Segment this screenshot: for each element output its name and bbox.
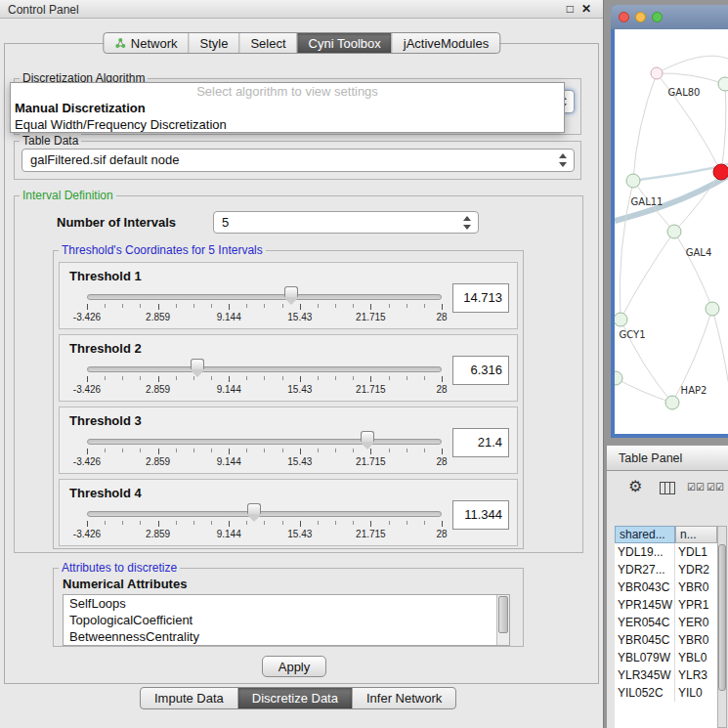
- table-cell[interactable]: YDL19...: [615, 543, 675, 561]
- table-row[interactable]: YBL079WYBL0: [615, 649, 717, 666]
- tab-infer-network[interactable]: Infer Network: [352, 688, 455, 708]
- threshold-slider-thumb[interactable]: [361, 431, 374, 442]
- column-header-name[interactable]: n...: [675, 526, 717, 543]
- table-panel: ⚙ ☑☑ ☑☑ shared... n... YDL19...YDL1YDR27…: [607, 471, 728, 728]
- tab-jactivemodules[interactable]: jActiveModules: [392, 33, 499, 53]
- network-edge[interactable]: [657, 56, 728, 73]
- dropdown-option-equal-width-frequency[interactable]: Equal Width/Frequency Discretization: [11, 116, 564, 133]
- network-node[interactable]: [626, 174, 640, 188]
- network-edge[interactable]: [721, 84, 726, 172]
- table-row[interactable]: YDL19...YDL1: [615, 543, 717, 561]
- network-node[interactable]: [615, 313, 627, 326]
- slider-tick-label: 15.43: [287, 529, 312, 539]
- table-cell[interactable]: YIL052C: [615, 684, 675, 702]
- numerical-attributes-label: Numerical Attributes: [63, 577, 187, 591]
- number-of-intervals-value: 5: [222, 212, 229, 234]
- table-cell[interactable]: YDL1: [675, 543, 717, 561]
- table-row[interactable]: YIL052CYIL0: [615, 684, 717, 702]
- table-cell[interactable]: YER0: [675, 614, 717, 631]
- table-panel-header[interactable]: Table Panel: [607, 445, 728, 471]
- tab-cyni-toolbox[interactable]: Cyni Toolbox: [297, 33, 392, 53]
- columns-icon[interactable]: [660, 482, 675, 494]
- network-edge[interactable]: [633, 73, 657, 181]
- table-cell[interactable]: YBR0: [675, 578, 717, 596]
- float-window-icon[interactable]: □: [567, 2, 574, 16]
- table-row[interactable]: YLR345WYLR3: [615, 666, 717, 684]
- table-row[interactable]: YER054CYER0: [615, 614, 717, 631]
- slider-major-tick: [87, 449, 88, 454]
- tab-select[interactable]: Select: [238, 33, 296, 53]
- network-node[interactable]: [713, 164, 728, 180]
- table-cell[interactable]: YDR27...: [615, 561, 675, 578]
- control-panel-titlebar[interactable]: Control Panel □ ✕: [0, 0, 603, 19]
- table-cell[interactable]: YDR2: [675, 561, 717, 578]
- table-cell[interactable]: YBR045C: [615, 631, 675, 649]
- network-edge[interactable]: [616, 378, 672, 403]
- attribute-item[interactable]: SelfLoops: [64, 595, 509, 612]
- threshold-slider-thumb[interactable]: [284, 286, 298, 297]
- table-row[interactable]: YBR045CYBR0: [615, 631, 717, 649]
- dropdown-option-manual-discretization[interactable]: Manual Discretization: [11, 100, 564, 116]
- threshold-value-field[interactable]: 6.316: [452, 356, 509, 385]
- tab-style[interactable]: Style: [189, 33, 239, 53]
- network-edge[interactable]: [674, 232, 712, 309]
- network-edge[interactable]: [621, 232, 674, 320]
- threshold-value-field[interactable]: 11.344: [452, 500, 509, 530]
- table-row[interactable]: YPR145WYPR1: [615, 596, 717, 614]
- minimize-traffic-light[interactable]: [635, 12, 646, 22]
- table-cell[interactable]: YLR345W: [615, 666, 675, 684]
- select-all-columns-icon[interactable]: ☑☑: [687, 482, 705, 492]
- number-of-intervals-combobox[interactable]: 5: [213, 211, 479, 234]
- slider-tick-label: -3.426: [73, 456, 101, 467]
- table-cell[interactable]: YIL0: [675, 684, 717, 702]
- network-node[interactable]: [718, 77, 728, 91]
- slider-minor-ticks: [87, 304, 443, 308]
- table-cell[interactable]: YBR043C: [615, 578, 675, 596]
- apply-button[interactable]: Apply: [262, 656, 326, 677]
- slider-minor-ticks: [87, 521, 443, 525]
- table-cell[interactable]: YPR145W: [615, 596, 675, 614]
- network-edge[interactable]: [657, 73, 725, 84]
- network-node[interactable]: [651, 67, 663, 79]
- attribute-item[interactable]: BetweennessCentrality: [64, 628, 509, 645]
- tab-network[interactable]: Network: [104, 33, 189, 53]
- threshold-1-panel: Threshold 1 -3.4262.8599.14415.4321.7152…: [59, 262, 518, 329]
- tab-label: Network: [131, 36, 178, 51]
- threshold-value-field[interactable]: 21.4: [452, 428, 509, 457]
- table-cell[interactable]: YBR0: [675, 631, 717, 649]
- scrollbar-thumb[interactable]: [498, 596, 508, 633]
- network-node[interactable]: [665, 396, 679, 409]
- threshold-value-field[interactable]: 14.713: [452, 283, 509, 313]
- scrollbar-thumb[interactable]: [718, 544, 726, 691]
- table-cell[interactable]: YLR3: [675, 666, 717, 684]
- column-header-shared-name[interactable]: shared...: [615, 526, 675, 543]
- attribute-item[interactable]: TopologicalCoefficient: [64, 612, 509, 628]
- zoom-traffic-light[interactable]: [652, 12, 663, 22]
- tab-discretize-data[interactable]: Discretize Data: [237, 688, 352, 708]
- slider-tick-label: 2.859: [146, 384, 170, 395]
- network-node[interactable]: [667, 225, 681, 238]
- close-traffic-light[interactable]: [619, 12, 629, 22]
- threshold-slider-thumb[interactable]: [191, 359, 204, 369]
- network-node[interactable]: [706, 302, 719, 316]
- gear-icon[interactable]: ⚙: [628, 477, 642, 495]
- table-cell[interactable]: YBL0: [675, 649, 717, 666]
- select-columns-icon[interactable]: ☑☑: [707, 482, 724, 492]
- table-cell[interactable]: YER054C: [615, 614, 675, 631]
- network-node[interactable]: [615, 371, 622, 385]
- numerical-attributes-list[interactable]: SelfLoopsTopologicalCoefficientBetweenne…: [63, 594, 510, 646]
- threshold-slider-thumb[interactable]: [247, 503, 261, 514]
- threshold-3-panel: Threshold 3 -3.4262.8599.14415.4321.7152…: [59, 407, 518, 474]
- network-canvas[interactable]: GAL80GAL11GAL4GCY1HAP2: [615, 29, 728, 434]
- table-cell[interactable]: YBL079W: [615, 649, 675, 666]
- table-scrollbar[interactable]: [717, 526, 727, 728]
- network-window-titlebar[interactable]: [611, 5, 728, 29]
- table-row[interactable]: YDR27...YDR2: [615, 561, 717, 578]
- table-data-combobox[interactable]: galFiltered.sif default node: [21, 149, 575, 172]
- tab-impute-data[interactable]: Impute Data: [141, 688, 237, 708]
- network-edge[interactable]: [712, 309, 728, 381]
- close-icon[interactable]: ✕: [581, 2, 591, 16]
- table-row[interactable]: YBR043CYBR0: [615, 578, 717, 596]
- attributes-scrollbar[interactable]: [496, 595, 509, 645]
- table-cell[interactable]: YPR1: [675, 596, 717, 614]
